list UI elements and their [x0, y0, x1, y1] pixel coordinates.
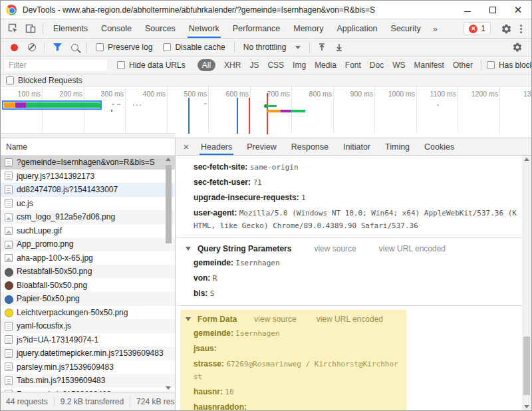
- checkbox[interactable]: [6, 76, 14, 84]
- view-source-link[interactable]: view source: [314, 244, 356, 253]
- tab-memory[interactable]: Memory: [287, 19, 330, 38]
- name-column-header[interactable]: Name: [1, 138, 175, 156]
- request-row[interactable]: App_promo.png: [1, 237, 175, 251]
- script-icon: [5, 349, 13, 358]
- scrollbar-thumb[interactable]: [166, 165, 172, 243]
- tab-network[interactable]: Network: [182, 19, 226, 38]
- chip-other[interactable]: Other: [453, 61, 473, 70]
- has-blocked-cookies-checkbox[interactable]: Has blocked cookies: [487, 61, 532, 70]
- timeline-selection[interactable]: [2, 100, 102, 110]
- checkbox[interactable]: [96, 43, 104, 51]
- chip-css[interactable]: CSS: [267, 61, 284, 70]
- close-details-icon[interactable]: ×: [179, 141, 194, 152]
- tab-cookies[interactable]: Cookies: [417, 138, 462, 155]
- disable-cache-checkbox[interactable]: Disable cache: [163, 43, 225, 52]
- chip-all[interactable]: All: [198, 59, 215, 71]
- tab-timing[interactable]: Timing: [378, 138, 417, 155]
- request-row[interactable]: suchLupe.gif: [1, 224, 175, 238]
- form-data-section-header[interactable]: Form Data view source view URL encoded: [186, 313, 401, 326]
- tab-console[interactable]: Console: [94, 19, 138, 38]
- request-row[interactable]: dd82474708.js?1541433007: [1, 183, 175, 197]
- error-count-badge[interactable]: ✕ 1: [464, 22, 491, 35]
- request-row[interactable]: jquery.js?1341392173: [1, 170, 175, 184]
- query-string-section-header[interactable]: Query String Parameters view source view…: [186, 242, 522, 255]
- menu-dots-icon[interactable]: [515, 25, 527, 33]
- settings-gear-icon[interactable]: [497, 21, 515, 37]
- close-button[interactable]: ✕: [514, 6, 522, 14]
- image-icon: [5, 267, 13, 276]
- scroll-down-icon[interactable]: [524, 405, 529, 408]
- tab-elements[interactable]: Elements: [47, 19, 94, 38]
- clear-icon[interactable]: [28, 43, 36, 51]
- header-row: user-agent: Mozilla/5.0 (Windows NT 10.0…: [186, 206, 522, 233]
- device-toolbar-icon[interactable]: [22, 21, 39, 37]
- details-scrollbar[interactable]: [522, 156, 531, 410]
- request-row[interactable]: Bioabfall-50x50.png: [1, 279, 175, 293]
- tab-performance[interactable]: Performance: [226, 19, 287, 38]
- chip-js[interactable]: JS: [249, 61, 259, 70]
- request-row[interactable]: parsley.min.js?1539609483: [1, 360, 175, 374]
- checkbox[interactable]: [117, 61, 125, 69]
- view-url-encoded-link[interactable]: view URL encoded: [317, 315, 383, 324]
- chrome-logo-icon: [6, 5, 17, 15]
- request-row[interactable]: ?gemeinde=Isernhagen&von=R&bis=S: [1, 156, 175, 170]
- more-tabs-icon[interactable]: »: [428, 24, 443, 34]
- tab-preview[interactable]: Preview: [239, 138, 283, 155]
- timeline-hscrollbar[interactable]: [1, 133, 176, 138]
- request-row[interactable]: jquery.datetimepicker.min.js?1539609483: [1, 346, 175, 360]
- tab-application[interactable]: Application: [330, 19, 384, 38]
- scroll-up-icon[interactable]: [166, 158, 171, 161]
- checkbox[interactable]: [163, 43, 171, 51]
- search-icon[interactable]: [66, 39, 83, 55]
- request-row[interactable]: Papier-50x50.png: [1, 292, 175, 306]
- view-url-encoded-link[interactable]: view URL encoded: [379, 244, 446, 253]
- chip-manifest[interactable]: Manifest: [414, 61, 444, 70]
- network-settings-gear-icon[interactable]: [509, 39, 526, 55]
- chip-doc[interactable]: Doc: [370, 61, 384, 70]
- chip-ws[interactable]: WS: [392, 61, 405, 70]
- request-row[interactable]: Tabs.min.js?1539609483: [1, 374, 175, 388]
- script-icon: [5, 172, 13, 180]
- collapse-triangle-icon[interactable]: [186, 247, 191, 251]
- request-list-scrollbar[interactable]: [165, 156, 173, 392]
- timeline-overview[interactable]: 100 ms 200 ms 300 ms 400 ms 500 ms 600 m…: [1, 86, 531, 138]
- tab-sources[interactable]: Sources: [138, 19, 182, 38]
- export-har-icon[interactable]: [331, 39, 348, 55]
- preserve-log-checkbox[interactable]: Preserve log: [96, 43, 152, 52]
- request-row[interactable]: yaml-focusfix.js: [1, 319, 175, 333]
- tab-security[interactable]: Security: [384, 19, 428, 38]
- tab-response[interactable]: Response: [284, 138, 336, 155]
- minimize-button[interactable]: [464, 6, 471, 14]
- request-row[interactable]: aha-app-100-x-65.jpg: [1, 251, 175, 265]
- window-title: DevTools - www.aha-region.de/abholtermin…: [23, 5, 464, 15]
- scroll-up-icon[interactable]: [524, 158, 529, 161]
- tab-initiator[interactable]: Initiator: [336, 138, 378, 155]
- request-row[interactable]: js?id=UA-173149074-1: [1, 333, 175, 347]
- record-icon[interactable]: [11, 44, 18, 51]
- chip-xhr[interactable]: XHR: [224, 61, 241, 70]
- chip-img[interactable]: Img: [293, 61, 306, 70]
- import-har-icon[interactable]: [313, 39, 331, 55]
- collapse-triangle-icon[interactable]: [186, 317, 191, 321]
- load-event-line: [249, 98, 250, 134]
- request-row[interactable]: Restabfall-50x50.png: [1, 265, 175, 279]
- tab-headers[interactable]: Headers: [194, 138, 239, 155]
- filter-input[interactable]: [5, 59, 108, 72]
- view-source-link[interactable]: view source: [254, 315, 296, 324]
- scroll-down-icon[interactable]: [166, 386, 171, 390]
- maximize-button[interactable]: [489, 6, 497, 14]
- request-row[interactable]: uc.js: [1, 197, 175, 211]
- checkbox[interactable]: [487, 61, 495, 69]
- request-row[interactable]: csm_logo_912a5e7d06.png: [1, 210, 175, 224]
- filter-funnel-icon[interactable]: [49, 39, 66, 55]
- chip-media[interactable]: Media: [315, 61, 336, 70]
- scrollbar-thumb[interactable]: [523, 337, 530, 395]
- chip-font[interactable]: Font: [345, 61, 361, 70]
- request-row[interactable]: Leichtverpackungen-50x50.png: [1, 306, 175, 320]
- throttling-dropdown[interactable]: No throttling: [243, 43, 301, 52]
- resource-type-chips: All XHR JS CSS Img Media Font Doc WS Man…: [198, 59, 473, 71]
- inspect-element-icon[interactable]: [5, 21, 22, 37]
- blocked-requests-checkbox[interactable]: Blocked Requests: [6, 76, 82, 85]
- hide-data-urls-checkbox[interactable]: Hide data URLs: [117, 61, 186, 70]
- timeline-tick: 100 ms: [2, 90, 41, 98]
